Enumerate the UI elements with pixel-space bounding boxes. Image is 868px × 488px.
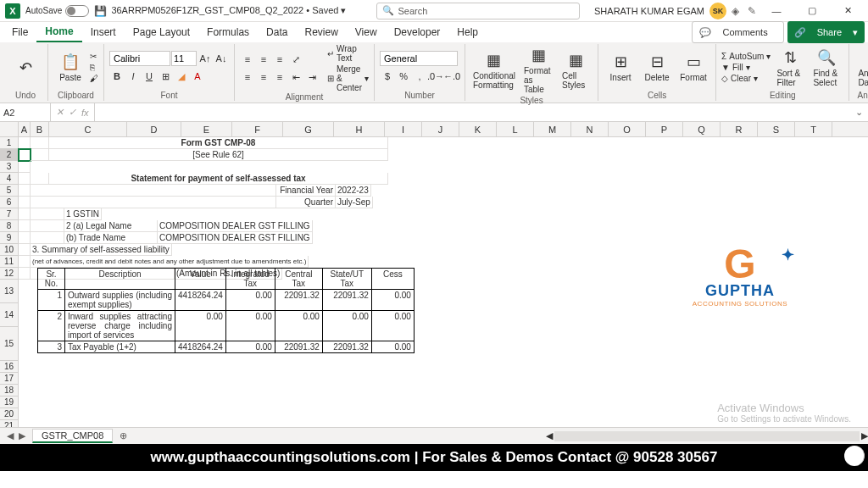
liability-table: Sr. No. Description Value Integrated Tax… bbox=[37, 268, 415, 353]
align-center[interactable]: ≡ bbox=[256, 69, 271, 85]
maximize-button[interactable]: ▢ bbox=[797, 0, 827, 22]
enter-formula-icon[interactable]: ✓ bbox=[69, 107, 76, 118]
select-all-corner[interactable] bbox=[0, 122, 19, 136]
fill-color-button[interactable]: ◢ bbox=[174, 69, 189, 84]
prev-sheet-button[interactable]: ◀ bbox=[7, 430, 14, 441]
menu-bar: File Home Insert Page Layout Formulas Da… bbox=[0, 22, 868, 42]
inc-decimal[interactable]: .0→ bbox=[428, 69, 443, 84]
sheet-tab[interactable]: GSTR_CMP08 bbox=[32, 429, 113, 443]
excel-icon: X bbox=[5, 3, 20, 19]
footer-banner: www.gupthaaccountingsolutions.com | For … bbox=[0, 444, 868, 471]
menu-view[interactable]: View bbox=[347, 23, 386, 42]
decrease-font-button[interactable]: A↓ bbox=[214, 51, 229, 66]
menu-page-layout[interactable]: Page Layout bbox=[125, 23, 198, 42]
autosave-label: AutoSave bbox=[25, 6, 62, 15]
menu-review[interactable]: Review bbox=[296, 23, 346, 42]
guptha-logo: G✦ GUPTHA ACCOUNTING SOLUTIONS bbox=[693, 241, 787, 308]
merge-center-button[interactable]: ⊞ Merge & Center ▾ bbox=[327, 64, 369, 92]
indent-dec[interactable]: ⇤ bbox=[288, 69, 303, 85]
percent-button[interactable]: % bbox=[396, 69, 411, 84]
table-row: 1Outward supplies (including exempt supp… bbox=[38, 290, 415, 311]
align-left[interactable]: ≡ bbox=[240, 69, 255, 85]
fx-icon[interactable]: fx bbox=[81, 108, 89, 118]
fill-button[interactable]: ▼ Fill ▾ bbox=[721, 63, 771, 72]
close-button[interactable]: ✕ bbox=[832, 0, 863, 22]
increase-font-button[interactable]: A↑ bbox=[198, 51, 213, 66]
minimize-button[interactable]: — bbox=[761, 0, 792, 22]
align-mid[interactable]: ≡ bbox=[256, 52, 271, 67]
font-color-button[interactable]: A bbox=[190, 69, 205, 84]
user-account[interactable]: SHARATH KUMAR EGAM SK bbox=[594, 3, 726, 19]
title-bar: X AutoSave 💾 36ARRPM0526F1ZR_GST_CMP08_Q… bbox=[0, 0, 868, 22]
align-top[interactable]: ≡ bbox=[240, 52, 255, 67]
menu-help[interactable]: Help bbox=[448, 23, 487, 42]
menu-data[interactable]: Data bbox=[258, 23, 296, 42]
toggle-off-icon[interactable] bbox=[65, 5, 89, 17]
indent-inc[interactable]: ⇥ bbox=[304, 69, 320, 85]
menu-file[interactable]: File bbox=[3, 23, 36, 42]
menu-formulas[interactable]: Formulas bbox=[198, 23, 258, 42]
form-title: Form GST CMP-08 bbox=[49, 137, 388, 149]
menu-developer[interactable]: Developer bbox=[386, 23, 449, 42]
paste-button[interactable]: 📋Paste bbox=[53, 51, 87, 84]
orientation[interactable]: ⤢ bbox=[288, 52, 303, 67]
autosave-toggle[interactable]: AutoSave bbox=[25, 5, 89, 17]
bold-button[interactable]: B bbox=[109, 69, 125, 84]
currency-button[interactable]: $ bbox=[380, 69, 395, 84]
spreadsheet-grid[interactable]: ABCD EFGH IJKL MNOP QRST 12345 678910 11… bbox=[0, 122, 868, 427]
borders-button[interactable]: ⊞ bbox=[158, 69, 173, 84]
menu-insert[interactable]: Insert bbox=[82, 23, 125, 42]
sort-filter-button[interactable]: ⇅Sort & Filter bbox=[773, 47, 807, 89]
add-sheet-button[interactable]: ⊕ bbox=[113, 430, 134, 441]
conditional-formatting-button[interactable]: ▦Conditional Formatting bbox=[470, 49, 518, 92]
horizontal-scrollbar[interactable]: ◀▶ bbox=[546, 431, 868, 441]
align-bot[interactable]: ≡ bbox=[272, 52, 287, 67]
align-right[interactable]: ≡ bbox=[272, 69, 287, 85]
formula-bar: A2 ✕ ✓ fx ⌄ bbox=[0, 103, 868, 122]
copy-button[interactable]: ⎘ bbox=[90, 63, 98, 72]
cancel-formula-icon[interactable]: ✕ bbox=[56, 107, 64, 118]
filename[interactable]: 36ARRPM0526F1ZR_GST_CMP08_Q2_2022 • Save… bbox=[111, 5, 346, 16]
table-row: 2Inward supplies attracting reverse char… bbox=[38, 311, 415, 341]
cell-styles-button[interactable]: ▦Cell Styles bbox=[559, 49, 593, 92]
avatar: SK bbox=[709, 3, 726, 19]
column-headers[interactable]: ABCD EFGH IJKL MNOP QRST bbox=[0, 122, 868, 137]
search-icon: 🔍 bbox=[382, 5, 394, 16]
expand-formula-bar[interactable]: ⌄ bbox=[850, 107, 868, 118]
format-as-table-button[interactable]: ▦Format as Table bbox=[520, 44, 556, 96]
ribbon: ↶ Undo 📋Paste ✂ ⎘ 🖌 Clipboard A↑ A↓ bbox=[0, 42, 868, 103]
table-row: 3Tax Payable (1+2) 4418264.240.00 22091.… bbox=[38, 341, 415, 353]
delete-cells-button[interactable]: ⊟Delete bbox=[640, 51, 674, 84]
clear-button[interactable]: ◇ Clear ▾ bbox=[721, 74, 771, 83]
format-painter-button[interactable]: 🖌 bbox=[90, 74, 98, 83]
cut-button[interactable]: ✂ bbox=[90, 52, 98, 61]
dec-decimal[interactable]: ←.0 bbox=[444, 69, 459, 84]
wrap-text-button[interactable]: ↵ Wrap Text bbox=[327, 44, 369, 63]
number-format-input[interactable] bbox=[380, 51, 458, 66]
menu-home[interactable]: Home bbox=[36, 22, 81, 42]
autosum-button[interactable]: Σ AutoSum ▾ bbox=[721, 52, 771, 61]
pen-icon[interactable]: ✎ bbox=[748, 5, 756, 17]
footer-badge-icon bbox=[844, 446, 865, 466]
undo-button[interactable]: ↶ bbox=[8, 57, 42, 79]
italic-button[interactable]: I bbox=[125, 69, 141, 84]
insert-cells-button[interactable]: ⊞Insert bbox=[604, 51, 637, 84]
find-select-button[interactable]: 🔍Find & Select bbox=[810, 47, 843, 89]
font-name-input[interactable] bbox=[109, 51, 170, 66]
comma-button[interactable]: , bbox=[412, 69, 427, 84]
sheet-tabs: ◀ ▶ GSTR_CMP08 ⊕ ◀▶ bbox=[0, 427, 868, 444]
next-sheet-button[interactable]: ▶ bbox=[19, 430, 25, 441]
diamond-icon[interactable]: ◈ bbox=[732, 5, 739, 17]
comments-button[interactable]: 💬 Comments bbox=[692, 21, 783, 43]
format-cells-button[interactable]: ▭Format bbox=[676, 51, 710, 84]
underline-button[interactable]: U bbox=[142, 69, 157, 84]
search-input[interactable]: 🔍 Search bbox=[376, 3, 580, 19]
row-headers[interactable]: 12345 678910 111213 14 15 1617181920 212… bbox=[0, 137, 19, 427]
selected-cell[interactable] bbox=[19, 149, 31, 161]
activate-windows-watermark: Activate Windows Go to Settings to activ… bbox=[717, 402, 851, 424]
name-box[interactable]: A2 bbox=[0, 103, 51, 121]
font-size-input[interactable] bbox=[171, 51, 197, 66]
save-icon[interactable]: 💾 bbox=[94, 5, 106, 17]
share-button[interactable]: 🔗 Share ▾ bbox=[787, 21, 865, 43]
analyze-data-button[interactable]: ⊡Analyze Data bbox=[854, 47, 868, 89]
